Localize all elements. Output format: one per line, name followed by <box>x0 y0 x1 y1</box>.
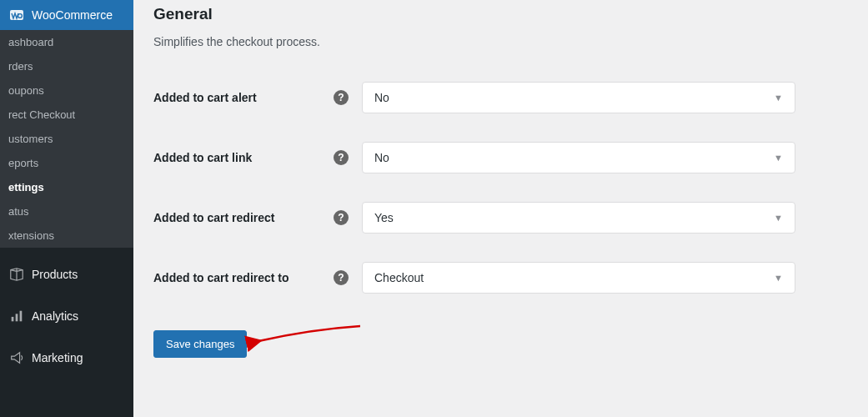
select-added-to-cart-redirect-to[interactable]: Checkout ▼ <box>362 262 795 294</box>
section-title: General <box>153 5 851 23</box>
sidebar-sub-extensions[interactable]: xtensions <box>0 224 133 248</box>
sidebar-label: Analytics <box>32 309 78 323</box>
sidebar-sub-direct-checkout[interactable]: rect Checkout <box>0 103 133 127</box>
setting-label: Added to cart redirect to ? <box>153 270 362 285</box>
chevron-down-icon: ▼ <box>774 213 783 223</box>
label-text: Added to cart redirect <box>153 211 274 224</box>
annotation-arrow <box>252 323 369 358</box>
label-text: Added to cart redirect to <box>153 271 289 284</box>
help-icon[interactable]: ? <box>334 210 349 225</box>
sidebar-sub-dashboard[interactable]: ashboard <box>0 30 133 54</box>
sidebar-sub-settings[interactable]: ettings <box>0 175 133 199</box>
chevron-down-icon: ▼ <box>774 273 783 283</box>
sidebar-item-analytics[interactable]: Analytics <box>0 301 133 331</box>
woocommerce-icon <box>8 7 25 23</box>
settings-content: General Simplifies the checkout process.… <box>133 0 868 417</box>
sidebar-sub-reports[interactable]: eports <box>0 151 133 175</box>
help-icon[interactable]: ? <box>334 150 349 165</box>
sidebar-sub-orders[interactable]: rders <box>0 54 133 78</box>
sidebar-sub-status[interactable]: atus <box>0 199 133 224</box>
setting-label: Added to cart link ? <box>153 150 362 165</box>
select-added-to-cart-redirect[interactable]: Yes ▼ <box>362 202 795 234</box>
select-added-to-cart-alert[interactable]: No ▼ <box>362 82 795 113</box>
analytics-icon <box>8 308 25 324</box>
setting-row-added-to-cart-redirect: Added to cart redirect ? Yes ▼ <box>153 202 851 234</box>
admin-sidebar: WooCommerce ashboard rders oupons rect C… <box>0 0 133 417</box>
setting-label: Added to cart redirect ? <box>153 210 362 225</box>
select-added-to-cart-link[interactable]: No ▼ <box>362 142 795 173</box>
svg-rect-3 <box>16 314 18 321</box>
save-changes-button[interactable]: Save changes <box>153 330 247 358</box>
marketing-icon <box>8 349 25 366</box>
label-text: Added to cart link <box>153 151 252 164</box>
select-value: No <box>374 151 389 164</box>
sidebar-item-woocommerce[interactable]: WooCommerce <box>0 0 133 30</box>
sidebar-item-marketing[interactable]: Marketing <box>0 343 133 373</box>
sidebar-sub-customers[interactable]: ustomers <box>0 127 133 151</box>
label-text: Added to cart alert <box>153 91 257 104</box>
sidebar-label: Marketing <box>32 351 83 364</box>
select-value: Checkout <box>374 271 424 284</box>
sidebar-label: Products <box>32 268 78 281</box>
select-value: Yes <box>374 211 394 224</box>
sidebar-sub-coupons[interactable]: oupons <box>0 78 133 103</box>
setting-label: Added to cart alert ? <box>153 90 362 105</box>
setting-row-added-to-cart-link: Added to cart link ? No ▼ <box>153 142 851 173</box>
sidebar-item-products[interactable]: Products <box>0 259 133 289</box>
chevron-down-icon: ▼ <box>774 93 783 103</box>
section-description: Simplifies the checkout process. <box>153 35 851 48</box>
svg-rect-2 <box>12 317 14 321</box>
svg-rect-4 <box>20 311 23 322</box>
help-icon[interactable]: ? <box>334 90 349 105</box>
sidebar-label: WooCommerce <box>32 8 113 22</box>
setting-row-added-to-cart-redirect-to: Added to cart redirect to ? Checkout ▼ <box>153 262 851 294</box>
chevron-down-icon: ▼ <box>774 153 783 163</box>
select-value: No <box>374 91 389 104</box>
help-icon[interactable]: ? <box>334 270 349 285</box>
setting-row-added-to-cart-alert: Added to cart alert ? No ▼ <box>153 82 851 113</box>
products-icon <box>8 266 25 283</box>
